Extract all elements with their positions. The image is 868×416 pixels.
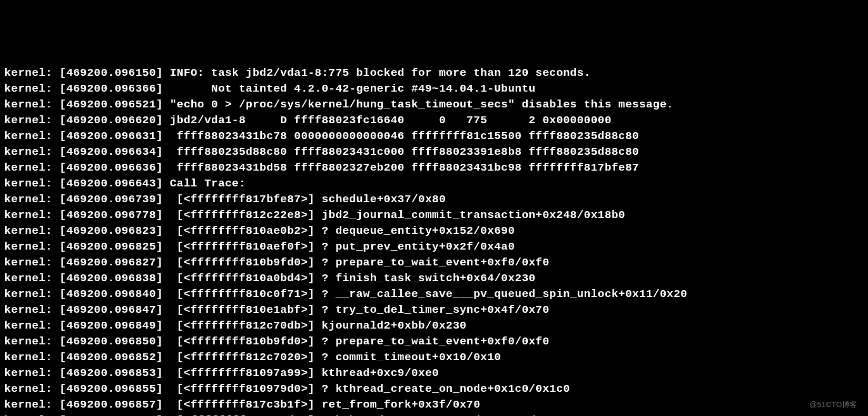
log-line: kernel: [469200.096849] [<ffffffff812c70… (4, 318, 864, 334)
log-line: kernel: [469200.096838] [<ffffffff810a0b… (4, 271, 864, 286)
log-line: kernel: [469200.096823] [<ffffffff810ae0… (4, 223, 864, 239)
log-line: kernel: [469200.096840] [<ffffffff810c0f… (4, 286, 864, 302)
log-line: kernel: [469200.096857] [<ffffffff817c3b… (4, 397, 864, 413)
watermark: @51CTO博客 (810, 399, 857, 410)
log-line: kernel: [469200.096858] [<ffffffff810979… (4, 413, 864, 416)
log-line: kernel: [469200.096852] [<ffffffff812c70… (4, 350, 864, 365)
log-line: kernel: [469200.096847] [<ffffffff810e1a… (4, 302, 864, 318)
log-line: kernel: [469200.096850] [<ffffffff810b9f… (4, 334, 864, 350)
log-line: kernel: [469200.096855] [<ffffffff810979… (4, 381, 864, 397)
log-line: kernel: [469200.096150] INFO: task jbd2/… (4, 65, 864, 81)
log-line: kernel: [469200.096634] ffff880235d88c80… (4, 144, 864, 160)
log-line: kernel: [469200.096739] [<ffffffff817bfe… (4, 192, 864, 207)
log-line: kernel: [469200.096853] [<ffffffff81097a… (4, 365, 864, 381)
log-line: kernel: [469200.096825] [<ffffffff810aef… (4, 239, 864, 255)
log-line: kernel: [469200.096521] "echo 0 > /proc/… (4, 97, 864, 113)
log-line: kernel: [469200.096620] jbd2/vda1-8 D ff… (4, 113, 864, 128)
log-line: kernel: [469200.096631] ffff88023431bc78… (4, 128, 864, 144)
log-line: kernel: [469200.096636] ffff88023431bd58… (4, 160, 864, 176)
log-line: kernel: [469200.096643] Call Trace: (4, 176, 864, 192)
log-line: kernel: [469200.096778] [<ffffffff812c22… (4, 207, 864, 223)
log-line: kernel: [469200.096366] Not tainted 4.2.… (4, 81, 864, 97)
log-line: kernel: [469200.096827] [<ffffffff810b9f… (4, 255, 864, 271)
terminal-output: kernel: [469200.096150] INFO: task jbd2/… (4, 65, 864, 416)
